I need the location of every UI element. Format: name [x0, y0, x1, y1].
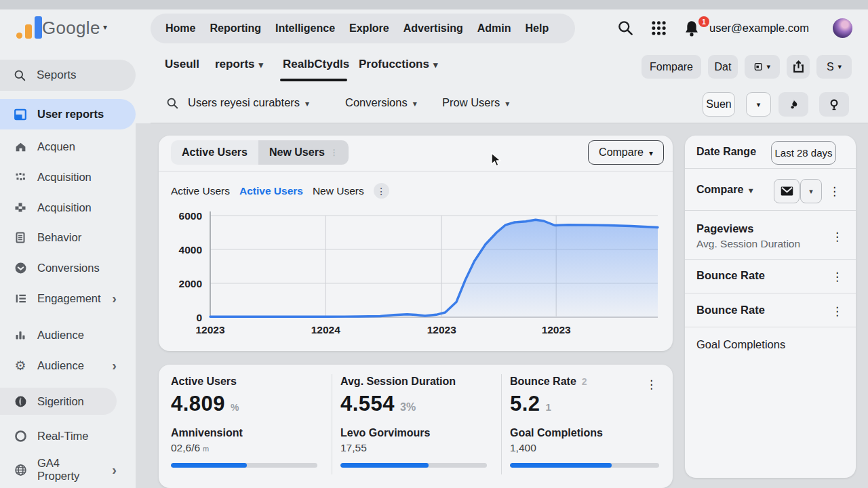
- sidebar-item-conversions[interactable]: Conversions: [0, 254, 136, 281]
- panel-compare-dropdown[interactable]: Compare: [696, 184, 753, 196]
- row-kebab-menu[interactable]: [831, 304, 843, 319]
- sidebar-item-real-time[interactable]: Real-Time: [0, 422, 136, 449]
- legend-active-users-link[interactable]: Active Users: [239, 185, 303, 197]
- filter-prow-users[interactable]: Prow Users: [442, 96, 509, 109]
- fompare-button[interactable]: Fompare: [642, 55, 701, 79]
- envelope-icon: [781, 186, 793, 196]
- caret-down-icon: [429, 58, 438, 70]
- caret-down-icon: [649, 146, 653, 159]
- brand-logo[interactable]: Google: [42, 18, 100, 39]
- nav-item-advertising[interactable]: Advertising: [403, 22, 463, 35]
- svg-text:12023: 12023: [427, 324, 456, 336]
- panel-divider: [685, 259, 856, 260]
- caret-down-icon: [809, 187, 813, 196]
- legend-kebab-menu[interactable]: [374, 183, 389, 199]
- circle-icon: [14, 429, 27, 443]
- card-kebab-menu[interactable]: [646, 378, 657, 392]
- account-email[interactable]: user@example.com: [709, 22, 809, 35]
- blocks-icon: [14, 201, 27, 214]
- nav-item-intelligence[interactable]: Intelligence: [275, 22, 335, 35]
- leaf-circle-icon: [14, 394, 27, 408]
- search-icon[interactable]: [617, 20, 634, 37]
- chart-compare-button[interactable]: Compare: [588, 140, 664, 165]
- panel-divider: [685, 293, 856, 293]
- suen-button[interactable]: Suen: [703, 92, 735, 117]
- email-report-button[interactable]: [774, 179, 800, 203]
- legend-new-users: New Users: [313, 185, 364, 197]
- sidebar-search[interactable]: Seports: [0, 60, 136, 91]
- row-kebab-menu[interactable]: [831, 230, 843, 244]
- gear-icon: ⚙: [14, 359, 27, 372]
- grid-dots-icon: [14, 170, 27, 184]
- metric-card-session-duration: Avg. Session Duration 4.5543% Levo Gorvi…: [340, 375, 487, 468]
- chevron-right-icon: [112, 359, 117, 372]
- panel-row-pageviews[interactable]: Pageviews: [696, 222, 753, 235]
- sidebar-item-acquisition-2[interactable]: Acquisition: [0, 194, 136, 221]
- document-icon: [14, 230, 27, 244]
- chevron-right-icon: [112, 291, 117, 305]
- row-kebab-menu[interactable]: [831, 270, 843, 284]
- svg-text:4000: 4000: [179, 244, 202, 256]
- sidebar-item-audience-1[interactable]: Audience: [0, 321, 136, 348]
- s-menu-button[interactable]: S: [816, 55, 852, 79]
- filter-users[interactable]: Users reyesi curabters: [188, 96, 309, 109]
- sidebar-item-engagement[interactable]: Engagement: [0, 285, 136, 312]
- progress-bar: [340, 463, 487, 468]
- tab-reports[interactable]: reports: [215, 58, 263, 71]
- panel-divider: [685, 210, 856, 211]
- email-report-caret-button[interactable]: [800, 179, 822, 203]
- flame-icon: [788, 98, 800, 110]
- sidebar-item-ga4-property[interactable]: GA4 Property: [0, 456, 136, 483]
- sidebar-item-behavior[interactable]: Behavior: [0, 224, 136, 251]
- sidebar-item-user-reports[interactable]: User reports: [0, 99, 136, 129]
- caret-down-icon: [255, 58, 264, 70]
- globe-icon: [14, 463, 27, 476]
- list-icon: [14, 291, 27, 305]
- mouse-cursor: [490, 152, 503, 167]
- chart-panel-divider: [159, 171, 673, 171]
- avatar[interactable]: [833, 18, 852, 38]
- nav-item-admin[interactable]: Admin: [477, 22, 511, 35]
- sidebar-item-acquisition-1[interactable]: Acquisition: [0, 163, 136, 190]
- user-type-segmented-control: Active Users New Users: [171, 140, 349, 165]
- logo-caret-icon[interactable]: [103, 22, 107, 32]
- apps-grid-icon[interactable]: [650, 20, 667, 37]
- panel-row-bounce-rate-2[interactable]: Bounce Rate: [696, 304, 765, 317]
- sidebar-item-sigerition[interactable]: Sigerition: [0, 388, 136, 415]
- tab-profucctions[interactable]: Profucctions: [359, 58, 437, 71]
- flame-button[interactable]: [778, 92, 808, 117]
- toolbar-divider: [151, 123, 868, 123]
- help-button[interactable]: [819, 92, 849, 117]
- main-navigation: Home Reporting Intelligence Explore Adve…: [151, 14, 575, 43]
- sidebar-item-acquen[interactable]: Acquen: [0, 133, 136, 160]
- notification-badge: 1: [698, 16, 709, 27]
- sidebar-item-label: User reports: [37, 108, 104, 121]
- window-top-strip: [0, 0, 868, 9]
- svg-text:0: 0: [196, 312, 202, 323]
- panel-kebab-menu[interactable]: [829, 184, 840, 199]
- panel-row-bounce-rate-1[interactable]: Bounce Rate: [696, 269, 765, 282]
- segment-new-users[interactable]: New Users: [258, 140, 349, 165]
- suen-caret-button[interactable]: [746, 92, 771, 117]
- date-range-button[interactable]: Last 28 days: [771, 141, 836, 165]
- nav-item-reporting[interactable]: Reporting: [210, 22, 261, 35]
- report-icon: [14, 108, 27, 121]
- tab-useull[interactable]: Useull: [165, 58, 199, 71]
- share-icon: [793, 60, 804, 73]
- panel-row-goal-completions[interactable]: Goal Completions: [696, 338, 785, 351]
- date-range-label: Date Range: [696, 146, 756, 158]
- nav-item-explore[interactable]: Explore: [349, 22, 389, 35]
- nav-item-home[interactable]: Home: [165, 22, 195, 35]
- filter-search-icon[interactable]: [166, 97, 179, 110]
- filter-conversions[interactable]: Conversions: [345, 96, 417, 109]
- share-button[interactable]: [787, 55, 810, 79]
- nav-item-help[interactable]: Help: [526, 22, 549, 35]
- svg-text:2000: 2000: [179, 278, 202, 289]
- search-icon: [14, 69, 26, 82]
- sidebar-item-audience-2[interactable]: ⚙ Audience: [0, 352, 136, 379]
- dat-button[interactable]: Dat: [708, 55, 738, 79]
- segment-active-users[interactable]: Active Users: [171, 140, 258, 165]
- layout-select-button[interactable]: [745, 55, 780, 79]
- tab-realbctydls-active[interactable]: RealbCtydls: [283, 58, 349, 71]
- home-icon: [14, 140, 27, 153]
